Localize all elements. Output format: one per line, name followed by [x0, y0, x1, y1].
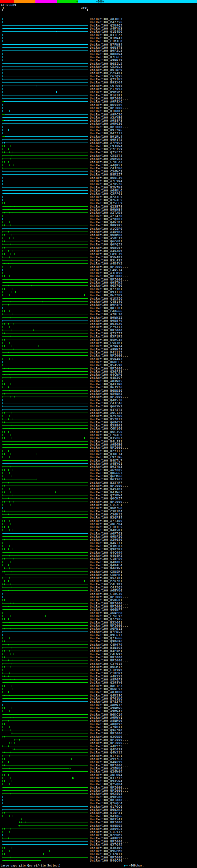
- hit-id-link[interactable]: UniRef100_Q4D2G7: [90, 376, 123, 379]
- alignment-bar[interactable]: [2, 335, 88, 338]
- alignment-bar[interactable]: [2, 678, 88, 681]
- alignment-bar[interactable]: [2, 478, 88, 481]
- alignment-bar[interactable]: [2, 243, 88, 246]
- alignment-bar[interactable]: [2, 370, 88, 373]
- hit-id-link[interactable]: UniRef100_B4QC90: [90, 859, 123, 862]
- alignment-bar[interactable]: [2, 255, 88, 259]
- hit-id-link[interactable]: UniRef100_Q9DB79: [90, 319, 123, 322]
- alignment-bar[interactable]: [2, 399, 88, 402]
- hit-id-link[interactable]: UniRef100_Q98TH5: [90, 281, 123, 284]
- alignment-bar[interactable]: [2, 275, 88, 278]
- hit-id-link[interactable]: UniRef100_B5F1R2: [90, 335, 123, 338]
- hit-id-link[interactable]: UniRef100_C5GWC3: [90, 170, 123, 173]
- alignment-bar[interactable]: [2, 294, 88, 297]
- hit-id-link[interactable]: UniRef100_Q66SW3: [90, 405, 123, 408]
- alignment-bar[interactable]: [2, 177, 88, 180]
- hit-id-link[interactable]: UniRef100_Q38E14: [90, 453, 123, 456]
- hit-id-link[interactable]: UniRef100_Q23B78: [90, 205, 123, 208]
- alignment-bar[interactable]: [2, 319, 88, 322]
- hit-id-link[interactable]: UniRef100_A9MWV1: [90, 716, 123, 719]
- hit-id-link[interactable]: UniRef100_B9E613: [90, 634, 123, 637]
- hit-id-link[interactable]: UniRef100_C7BFA3: [90, 160, 123, 163]
- alignment-bar[interactable]: [2, 380, 88, 383]
- hit-id-link[interactable]: UniRef100_Q5MGJ8: [90, 338, 123, 341]
- hit-id-link[interactable]: UniRef100_A4RYN3: [90, 27, 123, 30]
- alignment-bar[interactable]: [2, 767, 88, 770]
- alignment-bar[interactable]: [2, 859, 88, 862]
- hit-id-link[interactable]: UniRef100_Q9M5M1: [90, 91, 123, 94]
- hit-id-link[interactable]: UniRef100_B4KTL7: [90, 459, 123, 462]
- alignment-bar[interactable]: [2, 354, 88, 357]
- alignment-bar[interactable]: [2, 269, 88, 272]
- hit-id-link[interactable]: UniRef100_UPI000...: [90, 126, 129, 129]
- hit-id-link[interactable]: UniRef100_B7G1U6: [90, 697, 123, 700]
- hit-id-link[interactable]: UniRef100_UPI000...: [90, 764, 129, 767]
- hit-id-link[interactable]: UniRef100_Q4C999: [90, 551, 123, 554]
- hit-id-link[interactable]: UniRef100_B6EM17: [90, 665, 123, 669]
- alignment-bar[interactable]: [2, 672, 88, 675]
- hit-id-link[interactable]: UniRef100_A9MW47: [90, 710, 123, 713]
- hit-id-link[interactable]: UniRef100_B4LJS1: [90, 440, 123, 443]
- hit-id-link[interactable]: UniRef100_Q54S90: [90, 364, 123, 367]
- alignment-bar[interactable]: [2, 59, 88, 62]
- hit-id-link[interactable]: UniRef100_P267B1: [90, 580, 123, 583]
- alignment-bar[interactable]: [2, 170, 88, 173]
- hit-id-link[interactable]: UniRef100_C6K160: [90, 427, 123, 430]
- hit-id-link[interactable]: UniRef100_Q90YR3: [90, 548, 123, 551]
- hit-id-link[interactable]: UniRef100_Q4DST8: [90, 399, 123, 402]
- alignment-bar[interactable]: [2, 618, 88, 621]
- alignment-bar[interactable]: [2, 300, 88, 303]
- hit-id-link[interactable]: UniRef100_Q4Q8M2: [90, 554, 123, 557]
- hit-id-link[interactable]: UniRef100_UPI000...: [90, 354, 129, 357]
- hit-id-link[interactable]: UniRef100_Q9XSW4: [90, 780, 123, 783]
- alignment-bar[interactable]: [2, 110, 88, 113]
- hit-id-link[interactable]: UniRef100_B4R5R1: [90, 529, 123, 532]
- hit-id-link[interactable]: UniRef100_C5XQL8: [90, 65, 123, 68]
- hit-id-link[interactable]: UniRef100_Q292D0: [90, 414, 123, 417]
- alignment-bar[interactable]: [2, 43, 88, 46]
- alignment-bar[interactable]: [2, 506, 88, 509]
- alignment-bar[interactable]: [2, 341, 88, 345]
- hit-id-link[interactable]: UniRef100_B9ZYN3: [90, 465, 123, 468]
- alignment-bar[interactable]: [2, 567, 88, 570]
- alignment-bar[interactable]: [2, 786, 88, 789]
- alignment-bar[interactable]: [2, 208, 88, 211]
- alignment-bar[interactable]: [2, 163, 88, 166]
- alignment-bar[interactable]: [2, 789, 88, 792]
- hit-id-link[interactable]: UniRef100_Q2GUD6: [90, 735, 123, 738]
- alignment-bar[interactable]: [2, 577, 88, 580]
- hit-id-link[interactable]: UniRef100_B3L435: [90, 259, 123, 262]
- alignment-bar[interactable]: [2, 716, 88, 719]
- hit-id-link[interactable]: UniRef100_Q49JR5: [90, 488, 123, 491]
- alignment-bar[interactable]: [2, 348, 88, 351]
- alignment-bar[interactable]: [2, 580, 88, 583]
- hit-id-link[interactable]: UniRef100_Q65766: [90, 284, 123, 287]
- alignment-bar[interactable]: [2, 230, 88, 234]
- hit-id-link[interactable]: UniRef100_A4D9H2: [90, 230, 123, 234]
- hit-id-link[interactable]: UniRef100_C5Q3R1: [90, 341, 123, 345]
- alignment-bar[interactable]: [2, 745, 88, 748]
- alignment-bar[interactable]: [2, 316, 88, 319]
- hit-id-link[interactable]: UniRef100_A8JDP0: [90, 691, 123, 694]
- hit-id-link[interactable]: UniRef100_B6DDS6: [90, 389, 123, 392]
- hit-id-link[interactable]: UniRef100_UPI000...: [90, 106, 129, 110]
- hit-id-link[interactable]: UniRef100_A1CEP6: [90, 227, 123, 230]
- alignment-bar[interactable]: [2, 840, 88, 843]
- hit-id-link[interactable]: UniRef100_B7FGL2: [90, 56, 123, 59]
- alignment-bar[interactable]: [2, 475, 88, 478]
- hit-id-link[interactable]: UniRef100_C6TQV5: [90, 75, 123, 78]
- hit-id-link[interactable]: UniRef100_UPI000...: [90, 595, 129, 598]
- alignment-bar[interactable]: [2, 78, 88, 81]
- alignment-bar[interactable]: [2, 821, 88, 824]
- alignment-bar[interactable]: [2, 119, 88, 122]
- alignment-bar[interactable]: [2, 811, 88, 814]
- alignment-bar[interactable]: [2, 630, 88, 633]
- hit-id-link[interactable]: UniRef100_P52B12: [90, 418, 123, 421]
- hit-id-link[interactable]: UniRef100_C5DEM1: [90, 570, 123, 573]
- hit-id-link[interactable]: UniRef100_Q59NH2: [90, 392, 123, 395]
- alignment-bar[interactable]: [2, 796, 88, 799]
- hit-id-link[interactable]: UniRef100_Q26QC4: [90, 802, 123, 805]
- hit-id-link[interactable]: UniRef100_UPI000...: [90, 656, 129, 659]
- hit-id-link[interactable]: UniRef100_C1BVW6: [90, 669, 123, 672]
- hit-id-link[interactable]: UniRef100_A4D4V2: [90, 262, 123, 265]
